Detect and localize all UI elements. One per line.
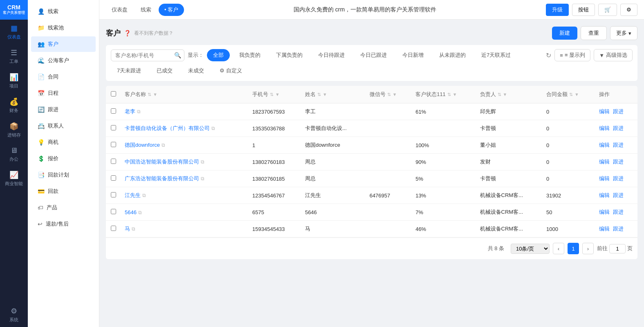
- sidebar-icon-system[interactable]: ⚙ 系统: [0, 302, 28, 327]
- sidebar-icon-bi[interactable]: 📈 商业智能: [0, 166, 28, 191]
- top-btn-settings[interactable]: ⚙: [620, 4, 637, 16]
- advanced-filter-button[interactable]: ▼ 高级筛选: [594, 49, 633, 61]
- copy-icon[interactable]: ⧉: [137, 109, 141, 114]
- copy-icon[interactable]: ⧉: [201, 176, 204, 181]
- copy-icon[interactable]: ⧉: [142, 193, 146, 198]
- row-name-cell[interactable]: 马⧉: [121, 221, 248, 237]
- sort-amount-icon[interactable]: ⇅: [569, 92, 573, 97]
- row-checkbox[interactable]: [111, 108, 116, 114]
- pagination-next[interactable]: ›: [582, 243, 594, 254]
- sort-status-icon[interactable]: ⇅: [447, 92, 451, 97]
- sidebar-icon-workorder[interactable]: ☰ 工单: [0, 44, 28, 69]
- filter-status-icon[interactable]: ▼: [453, 92, 457, 97]
- row-name-cell[interactable]: 江先生⧉: [121, 187, 248, 204]
- copy-icon[interactable]: ⧉: [138, 210, 142, 215]
- select-all-checkbox[interactable]: [111, 91, 116, 96]
- copy-icon[interactable]: ⧉: [201, 159, 204, 165]
- sidebar-item-product[interactable]: 🏷 产品: [31, 200, 96, 215]
- sidebar-icon-office[interactable]: 🖥 办公: [0, 142, 28, 166]
- copy-icon[interactable]: ⧉: [132, 226, 135, 232]
- follow-link[interactable]: 跟进: [613, 158, 624, 166]
- follow-link[interactable]: 跟进: [613, 208, 624, 216]
- sidebar-item-contact[interactable]: 📇 联系人: [31, 118, 96, 134]
- follow-link[interactable]: 跟进: [613, 141, 624, 149]
- sidebar-item-leadspool[interactable]: 📁 线索池: [31, 20, 96, 36]
- page-hint[interactable]: 看不到客户数据？: [134, 30, 173, 37]
- sidebar-item-sea[interactable]: 🌊 公海客户: [31, 53, 96, 68]
- filter-phone-icon[interactable]: ▼: [275, 92, 280, 97]
- edit-link[interactable]: 编辑: [599, 208, 610, 216]
- tab-leads[interactable]: 线索: [135, 4, 157, 16]
- filter-owner-icon[interactable]: ▼: [503, 92, 507, 97]
- copy-icon[interactable]: ⧉: [162, 142, 165, 148]
- sidebar-icon-finance[interactable]: 💰 财务: [0, 93, 28, 118]
- sidebar-item-leads[interactable]: 👤 线索: [31, 4, 96, 19]
- row-name-cell[interactable]: 卡普顿自动化设备（广州）有限公司⧉: [121, 120, 248, 137]
- sort-wechat-icon[interactable]: ⇅: [387, 92, 391, 97]
- sidebar-item-schedule[interactable]: 📅 日程: [31, 85, 96, 101]
- filter-contact-icon[interactable]: ▼: [323, 92, 327, 97]
- row-checkbox[interactable]: [111, 209, 116, 214]
- top-btn-2[interactable]: 按钮: [572, 4, 595, 16]
- filter-tag-todaynew[interactable]: 今日新增: [396, 49, 430, 61]
- tab-dashboard[interactable]: 仪表盘: [106, 4, 133, 16]
- edit-link[interactable]: 编辑: [599, 141, 610, 149]
- filter-tag-sub[interactable]: 下属负责的: [270, 49, 309, 61]
- filter-wechat-icon[interactable]: ▼: [393, 92, 397, 97]
- row-checkbox[interactable]: [111, 159, 116, 164]
- row-name-cell[interactable]: 中国浩达智能装备股份有限公司⧉: [121, 154, 248, 170]
- pagination-prev[interactable]: ‹: [553, 243, 564, 254]
- filter-tag-mine[interactable]: 我负责的: [233, 49, 267, 61]
- follow-link[interactable]: 跟进: [613, 175, 624, 182]
- row-checkbox[interactable]: [111, 142, 116, 147]
- sidebar-item-customer[interactable]: 👥 客户: [31, 36, 96, 52]
- filter-tag-neverfollow[interactable]: 从未跟进的: [433, 49, 472, 61]
- pagination-page-1[interactable]: 1: [568, 243, 579, 254]
- sidebar-item-payment[interactable]: 💳 回款: [31, 184, 96, 199]
- sort-phone-icon[interactable]: ⇅: [270, 92, 274, 97]
- top-btn-cart[interactable]: 🛒: [598, 4, 617, 16]
- sidebar-icon-inventory[interactable]: 📦 进销存: [0, 118, 28, 142]
- top-btn-1[interactable]: 升级: [546, 4, 569, 16]
- filter-tag-todaydone[interactable]: 今日已跟进: [354, 49, 393, 61]
- filter-tag-todaypending[interactable]: 今日待跟进: [312, 49, 351, 61]
- reset-button[interactable]: 查重: [581, 26, 607, 40]
- edit-link[interactable]: 编辑: [599, 108, 610, 115]
- refresh-button[interactable]: ↻: [546, 52, 551, 59]
- tab-customer[interactable]: • 客户: [159, 4, 184, 16]
- filter-tag-custom[interactable]: ⚙ 自定义: [213, 65, 248, 77]
- filter-name-icon[interactable]: ▼: [153, 92, 157, 97]
- sidebar-icon-project[interactable]: 📊 项目: [0, 69, 28, 93]
- sort-owner-icon[interactable]: ⇅: [498, 92, 501, 97]
- sidebar-item-refund[interactable]: 📑 回款计划: [31, 167, 96, 183]
- question-icon[interactable]: ❓: [124, 30, 131, 36]
- sort-contact-icon[interactable]: ⇅: [317, 92, 321, 97]
- row-name-cell[interactable]: 老李⧉: [121, 103, 248, 120]
- follow-link[interactable]: 跟进: [613, 225, 624, 233]
- row-checkbox[interactable]: [111, 226, 116, 231]
- copy-icon[interactable]: ⧉: [211, 125, 215, 131]
- edit-link[interactable]: 编辑: [599, 158, 610, 166]
- filter-tag-7days[interactable]: 7天未跟进: [111, 65, 147, 77]
- sidebar-icon-dashboard[interactable]: ▦ 仪表盘: [0, 20, 28, 44]
- sidebar-item-quote[interactable]: 💲 报价: [31, 151, 96, 166]
- goto-input[interactable]: [609, 244, 626, 253]
- follow-link[interactable]: 跟进: [613, 125, 624, 132]
- search-input[interactable]: [111, 49, 184, 61]
- sidebar-item-opportunity[interactable]: 💡 商机: [31, 134, 96, 150]
- per-page-select[interactable]: 10条/页 20条/页 50条/页: [511, 244, 550, 254]
- follow-link[interactable]: 跟进: [613, 192, 624, 199]
- edit-link[interactable]: 编辑: [599, 175, 610, 182]
- edit-link[interactable]: 编辑: [599, 225, 610, 233]
- edit-link[interactable]: 编辑: [599, 125, 610, 132]
- row-checkbox[interactable]: [111, 125, 116, 130]
- sidebar-item-followup[interactable]: 🔄 跟进: [31, 102, 96, 117]
- filter-tag-recent7[interactable]: 近7天联系过: [475, 49, 517, 61]
- sort-name-icon[interactable]: ⇅: [148, 92, 151, 97]
- new-button[interactable]: 新建: [552, 27, 577, 40]
- edit-link[interactable]: 编辑: [599, 192, 610, 199]
- filter-tag-done[interactable]: 已成交: [150, 65, 179, 77]
- sidebar-item-return[interactable]: ↩ 退款/售后: [31, 216, 96, 232]
- row-name-cell[interactable]: 德国downforce⧉: [121, 137, 248, 154]
- row-checkbox[interactable]: [111, 175, 116, 181]
